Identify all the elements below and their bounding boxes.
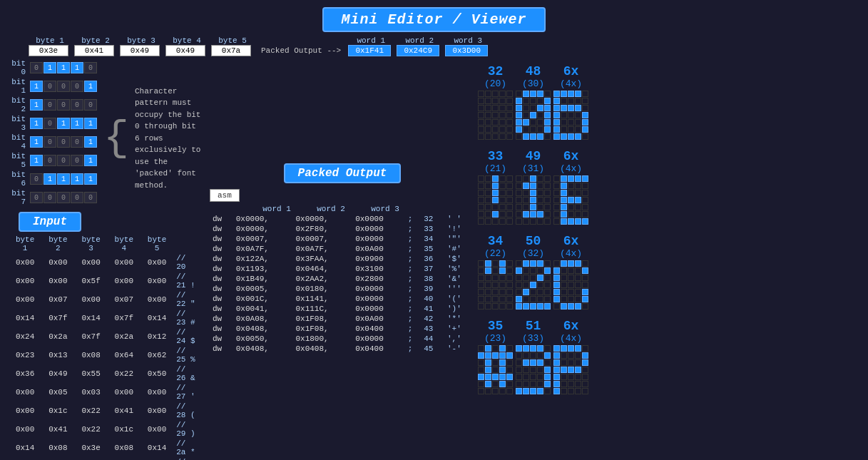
pixel-1-2-0-4 <box>544 260 551 267</box>
pixel-0-1-3-4 <box>506 197 513 203</box>
pixel-2-0-1-1 <box>561 98 567 104</box>
pixel-2-3-4-3 <box>575 374 581 380</box>
bit-cell-5-3[interactable]: 0 <box>71 155 83 166</box>
bit-cell-5-4[interactable]: 1 <box>84 155 97 166</box>
bit-cell-3-4[interactable]: 1 <box>84 118 97 129</box>
pixel-0-2-5-2 <box>492 296 499 302</box>
bit-cell-1-1[interactable]: 0 <box>44 81 56 92</box>
char-sub-0-3: (23) <box>484 334 506 344</box>
bit-cell-0-2[interactable]: 1 <box>57 62 70 73</box>
bit-cell-0-4[interactable]: 0 <box>84 62 97 73</box>
bit-cell-7-4[interactable]: 0 <box>84 192 97 203</box>
asm-tab[interactable]: asm <box>210 189 240 202</box>
bit-cell-2-3[interactable]: 0 <box>71 99 83 111</box>
bit-cell-4-2[interactable]: 0 <box>57 136 70 148</box>
bit-cell-6-0[interactable]: 0 <box>30 173 43 185</box>
bit-cell-4-1[interactable]: 0 <box>44 136 56 148</box>
bit-cell-2-0[interactable]: 1 <box>30 99 43 111</box>
pixel-1-3-1-3 <box>537 352 543 359</box>
pixel-1-0-0-2 <box>530 91 536 97</box>
bit-cell-7-1[interactable]: 0 <box>44 192 56 203</box>
bit-cell-7-3[interactable]: 0 <box>71 192 83 203</box>
byte4-value[interactable]: 0x49 <box>165 45 205 56</box>
bit-cell-2-1[interactable]: 0 <box>44 99 56 111</box>
pixel-1-2-1-2 <box>530 267 536 274</box>
word2-value[interactable]: 0x24C9 <box>397 45 439 56</box>
bit-cell-2-2[interactable]: 0 <box>57 99 70 111</box>
bit-cell-6-3[interactable]: 1 <box>71 173 83 185</box>
input-cell-9-5: // 29 ) <box>173 420 204 439</box>
word3-value[interactable]: 0x3D00 <box>445 45 488 56</box>
bit-cell-4-0[interactable]: 1 <box>30 136 43 148</box>
output-cell-6-4: ; <box>405 274 422 284</box>
pixel-2-1-0-0 <box>553 175 560 182</box>
byte1-label: byte 1 <box>29 36 71 45</box>
pixel-1-3-4-4 <box>544 374 551 380</box>
char-grid-2-0 <box>553 91 588 140</box>
char-number-1-0: 48 <box>526 65 541 79</box>
pixel-2-0-4-0 <box>553 119 560 126</box>
bit-cell-1-2[interactable]: 0 <box>57 81 70 92</box>
pixel-2-2-0-1 <box>561 260 567 267</box>
brace-icon: { <box>103 117 129 160</box>
pixel-2-3-6-1 <box>561 388 567 394</box>
pixel-1-0-4-1 <box>523 119 529 126</box>
pixel-0-3-0-4 <box>506 345 513 352</box>
bit-cell-1-4[interactable]: 1 <box>84 81 97 92</box>
pixel-2-1-0-1 <box>561 175 567 182</box>
pixel-0-3-1-0 <box>478 352 484 359</box>
word1-value[interactable]: 0x1F41 <box>348 45 391 56</box>
pixel-2-1-1-4 <box>582 183 588 189</box>
bit-cell-3-1[interactable]: 0 <box>44 118 56 129</box>
bit-cell-6-1[interactable]: 1 <box>44 173 56 185</box>
bit-row-4: bit 410001 <box>4 133 98 150</box>
bit-cell-0-1[interactable]: 1 <box>44 62 56 73</box>
byte1-value[interactable]: 0x3e <box>29 45 68 56</box>
bit-cell-4-4[interactable]: 1 <box>84 136 97 148</box>
bit-cell-0-0[interactable]: 0 <box>30 62 43 73</box>
char-block-1-3: 51(33) <box>516 320 551 394</box>
output-cell-8-4: ; <box>405 294 422 304</box>
bit-cell-5-0[interactable]: 1 <box>30 155 43 166</box>
pixel-2-2-4-0 <box>553 289 560 295</box>
bit-cell-1-3[interactable]: 0 <box>71 81 83 92</box>
bit-cell-6-2[interactable]: 1 <box>57 173 70 185</box>
bit-cell-5-2[interactable]: 0 <box>57 155 70 166</box>
output-cell-2-5: 34 <box>421 234 444 244</box>
pixel-2-1-5-1 <box>561 211 567 218</box>
pixel-1-3-1-4 <box>544 352 551 359</box>
pixel-1-1-5-1 <box>523 211 529 218</box>
pixel-0-3-3-1 <box>485 367 491 373</box>
pixel-0-0-4-4 <box>506 119 513 126</box>
pixel-2-0-3-1 <box>561 112 567 118</box>
pixel-0-1-6-3 <box>499 218 506 225</box>
input-cell-0-5: // 20 <box>173 253 204 272</box>
pixel-1-3-6-1 <box>523 388 529 394</box>
bit-cell-7-2[interactable]: 0 <box>57 192 70 203</box>
bit-cell-3-3[interactable]: 1 <box>71 118 83 129</box>
pixel-1-0-1-1 <box>523 98 529 104</box>
bit-cell-1-0[interactable]: 1 <box>30 81 43 92</box>
bit-cell-5-1[interactable]: 0 <box>44 155 56 166</box>
bit-cell-0-3[interactable]: 1 <box>71 62 83 73</box>
byte2-value[interactable]: 0x41 <box>74 45 114 56</box>
output-cell-2-4: ; <box>405 234 422 244</box>
bit-cell-4-3[interactable]: 0 <box>71 136 83 148</box>
bit-cell-2-4[interactable]: 0 <box>84 99 97 111</box>
byte3-value[interactable]: 0x49 <box>120 45 160 56</box>
byte5-value[interactable]: 0x7a <box>211 45 251 56</box>
pixel-1-1-0-4 <box>544 175 551 182</box>
char-viewer-panel: 32(20)33(21)34(22)35(23)48(30)49(31)50(3… <box>475 59 718 460</box>
bit-cell-7-0[interactable]: 0 <box>30 192 43 203</box>
input-cell-1-0: 0x00 <box>9 272 41 290</box>
output-cell-6-1: 0x1B49, <box>233 274 293 284</box>
pixel-0-3-1-2 <box>492 352 499 359</box>
input-cell-2-0: 0x00 <box>9 290 41 309</box>
byte3-label: byte 3 <box>120 36 163 45</box>
input-cell-6-0: 0x36 <box>9 364 41 383</box>
bit-cell-3-2[interactable]: 1 <box>57 118 70 129</box>
bit-cell-6-4[interactable]: 1 <box>84 173 97 185</box>
pixel-1-3-2-3 <box>537 359 543 366</box>
output-cell-0-1: 0x0000, <box>233 214 293 224</box>
bit-cell-3-0[interactable]: 1 <box>30 118 43 129</box>
